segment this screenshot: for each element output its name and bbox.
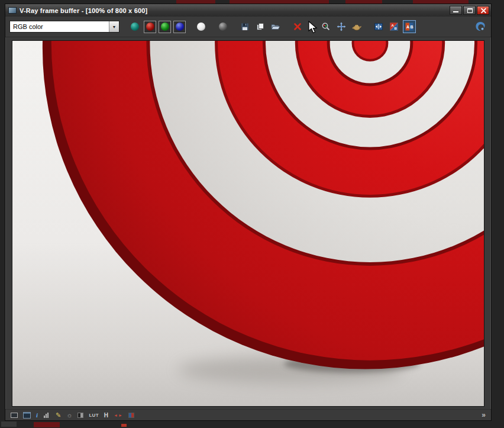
monitor-icon <box>11 413 18 418</box>
svg-text:A: A <box>406 25 409 29</box>
close-button[interactable] <box>477 6 489 15</box>
titlebar[interactable]: V-Ray frame buffer - [100% of 800 x 600] <box>5 4 491 17</box>
pan-arrows-button[interactable]: ◄► <box>114 411 123 419</box>
swap-panels-icon <box>374 22 383 31</box>
clamp-display-button[interactable] <box>77 411 83 419</box>
clamp-icon <box>77 413 83 418</box>
svg-text:B: B <box>395 27 398 30</box>
vray-frame-buffer-window: V-Ray frame buffer - [100% of 800 x 600]… <box>5 4 492 421</box>
vfb-footer: i ✎ ☼ LUT H ◄► » <box>5 409 491 420</box>
curve-edit-button[interactable]: ✎ <box>56 411 61 419</box>
svg-text:B: B <box>410 25 413 29</box>
track-mouse-button[interactable] <box>335 20 348 33</box>
maximize-icon <box>467 8 473 13</box>
vfb-toolbar: RGB color ▼ <box>5 17 491 37</box>
floppy-disk-icon <box>240 22 250 31</box>
stacked-pages-icon <box>256 22 265 31</box>
window-title: V-Ray frame buffer - [100% of 800 x 600] <box>20 7 447 14</box>
rgb-channels-icon <box>131 22 139 31</box>
histogram-icon <box>43 412 50 418</box>
alpha-channel-button[interactable] <box>195 20 208 33</box>
histogram-h-button[interactable]: H <box>104 411 108 419</box>
ab-diagonal-icon: A B <box>389 22 399 31</box>
range-icon <box>128 413 134 418</box>
background-app-fragment <box>34 422 60 427</box>
green-channel-button[interactable] <box>159 21 171 33</box>
green-channel-icon <box>161 22 169 31</box>
load-image-button[interactable] <box>269 20 282 33</box>
ab-vertical-icon: A B <box>405 22 414 31</box>
crosshair-icon <box>337 22 346 31</box>
render-viewport[interactable] <box>12 40 484 407</box>
magnifier-icon <box>321 22 331 31</box>
expand-footer-button[interactable]: » <box>482 411 486 419</box>
mono-channel-button[interactable] <box>217 20 230 33</box>
chevron-down-icon[interactable]: ▼ <box>109 21 119 32</box>
close-icon <box>477 7 489 14</box>
red-channel-button[interactable] <box>144 21 156 33</box>
blue-channel-icon <box>176 22 184 31</box>
mono-channel-icon <box>219 22 227 31</box>
rgb-channels-button[interactable] <box>128 20 141 33</box>
blue-channel-button[interactable] <box>173 21 186 33</box>
red-channel-icon <box>146 22 154 31</box>
color-clamp-button[interactable] <box>319 20 332 33</box>
save-all-channels-button[interactable] <box>254 20 267 33</box>
window-icon <box>8 7 17 14</box>
open-folder-icon <box>270 22 281 31</box>
levels-button[interactable] <box>43 411 50 419</box>
aspect-ratio-button[interactable] <box>11 411 18 419</box>
minimize-button[interactable] <box>450 6 462 15</box>
vray-logo-icon <box>474 20 487 33</box>
background-taskbar-fragment <box>1 421 17 427</box>
color-balance-button[interactable]: ☼ <box>66 411 72 419</box>
exposure-panel-button[interactable] <box>23 411 31 419</box>
compare-swap-button[interactable] <box>372 20 385 33</box>
panel-icon <box>23 412 31 419</box>
background-app-fragment <box>121 424 127 427</box>
clear-image-button[interactable] <box>291 20 304 33</box>
color-range-button[interactable] <box>128 411 134 419</box>
save-image-button[interactable] <box>238 20 251 33</box>
channel-dropdown[interactable]: RGB color ▼ <box>9 21 119 33</box>
rendered-image <box>12 41 484 406</box>
channel-dropdown-value: RGB color <box>10 23 109 30</box>
region-render-button[interactable] <box>350 20 363 33</box>
red-x-icon <box>293 22 302 31</box>
compare-ab-horizontal-button[interactable]: A B <box>387 20 400 33</box>
maximize-button[interactable] <box>463 6 476 15</box>
teapot-icon <box>351 22 362 31</box>
compare-ab-vertical-button[interactable]: A B <box>403 20 416 33</box>
minimize-icon <box>453 11 458 12</box>
lut-button[interactable]: LUT <box>89 411 98 419</box>
pixel-info-button[interactable]: i <box>36 411 38 419</box>
alpha-channel-icon <box>197 22 205 31</box>
